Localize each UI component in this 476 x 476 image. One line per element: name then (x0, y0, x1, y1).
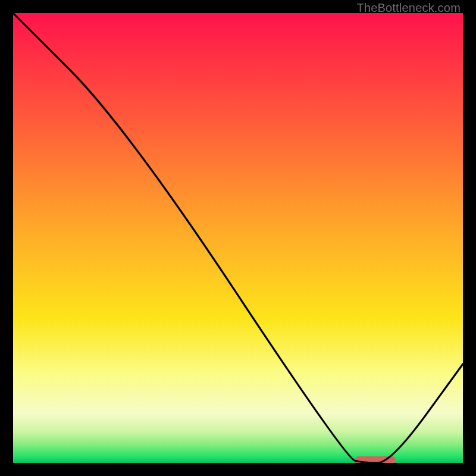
chart-svg (13, 13, 463, 463)
watermark-text: TheBottleneck.com (356, 1, 461, 15)
chart-frame (13, 13, 463, 463)
